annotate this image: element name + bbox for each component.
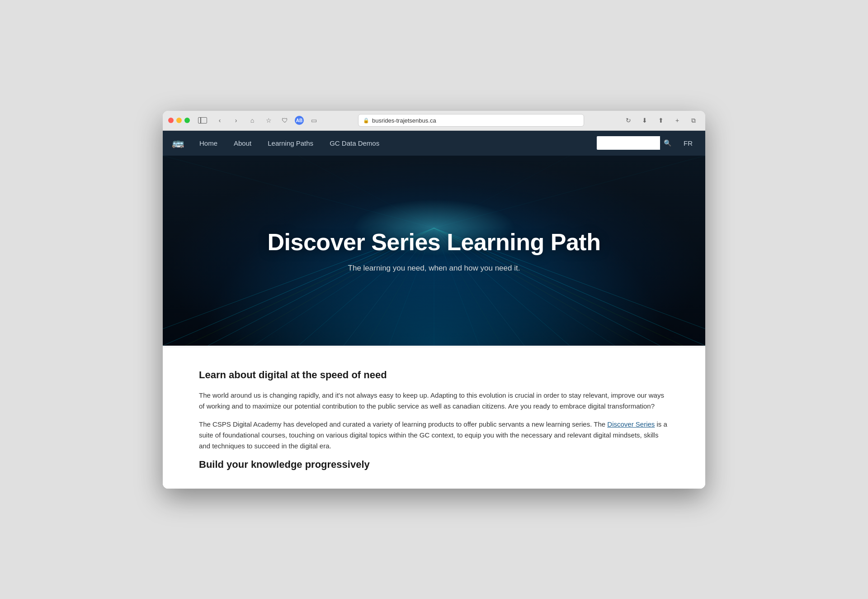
- site-logo[interactable]: 🚌: [172, 137, 184, 149]
- nav-home[interactable]: Home: [191, 131, 226, 156]
- browser-titlebar: ‹ › ⌂ ☆ 🛡 AB ▭ 🔒 busrides-trajetsenbus.c…: [163, 111, 705, 131]
- download-button[interactable]: ⬇: [638, 114, 651, 127]
- hero-title: Discover Series Learning Path: [268, 228, 601, 256]
- forward-button[interactable]: ›: [230, 114, 242, 127]
- hero-subtitle: The learning you need, when and how you …: [268, 264, 601, 273]
- address-bar[interactable]: 🔒 busrides-trajetsenbus.ca: [358, 114, 584, 127]
- sidebar-toggle-button[interactable]: [197, 114, 210, 127]
- search-button[interactable]: 🔍: [660, 136, 675, 150]
- content-card: Learn about digital at the speed of need…: [163, 346, 705, 489]
- hero-content: Discover Series Learning Path The learni…: [268, 228, 601, 273]
- bookmark-button[interactable]: ☆: [262, 114, 275, 127]
- home-button[interactable]: ⌂: [246, 114, 259, 127]
- nav-about[interactable]: About: [226, 131, 259, 156]
- minimize-button[interactable]: [176, 118, 182, 123]
- section1-para1: The world around us is changing rapidly,…: [199, 390, 669, 412]
- hero-section: Discover Series Learning Path The learni…: [163, 156, 705, 346]
- section2-heading: Build your knowledge progressively: [199, 459, 669, 471]
- new-tab-button[interactable]: +: [671, 114, 684, 127]
- bus-icon: 🚌: [172, 137, 184, 149]
- share-button[interactable]: ⬆: [655, 114, 667, 127]
- reader-view-button[interactable]: ▭: [307, 114, 320, 127]
- refresh-button[interactable]: ↻: [622, 114, 635, 127]
- tabs-button[interactable]: ⧉: [687, 114, 700, 127]
- back-button[interactable]: ‹: [213, 114, 226, 127]
- lock-icon: 🔒: [363, 118, 369, 124]
- close-button[interactable]: [168, 118, 174, 123]
- content-area: Learn about digital at the speed of need…: [163, 346, 705, 489]
- url-text: busrides-trajetsenbus.ca: [372, 117, 436, 124]
- search-input[interactable]: [597, 136, 669, 150]
- abp-badge: AB: [295, 116, 304, 125]
- discover-series-link[interactable]: Discover Series: [607, 420, 655, 428]
- nav-learning-paths[interactable]: Learning Paths: [259, 131, 321, 156]
- sidebar-toggle-icon: [198, 117, 207, 124]
- shield-icon[interactable]: 🛡: [278, 114, 291, 127]
- section1-para2: The CSPS Digital Academy has developed a…: [199, 419, 669, 452]
- website-content: 🚌 Home About Learning Paths GC Data Demo…: [163, 131, 705, 489]
- nav-links: Home About Learning Paths GC Data Demos: [191, 131, 597, 156]
- main-nav: 🚌 Home About Learning Paths GC Data Demo…: [163, 131, 705, 156]
- traffic-lights: [168, 118, 190, 123]
- nav-gc-data-demos[interactable]: GC Data Demos: [321, 131, 387, 156]
- section1-heading: Learn about digital at the speed of need: [199, 369, 669, 381]
- nav-right: 🔍 FR: [597, 136, 696, 150]
- browser-window: ‹ › ⌂ ☆ 🛡 AB ▭ 🔒 busrides-trajetsenbus.c…: [163, 111, 705, 489]
- maximize-button[interactable]: [184, 118, 190, 123]
- section1-para2-before: The CSPS Digital Academy has developed a…: [199, 420, 607, 428]
- language-toggle[interactable]: FR: [680, 139, 696, 147]
